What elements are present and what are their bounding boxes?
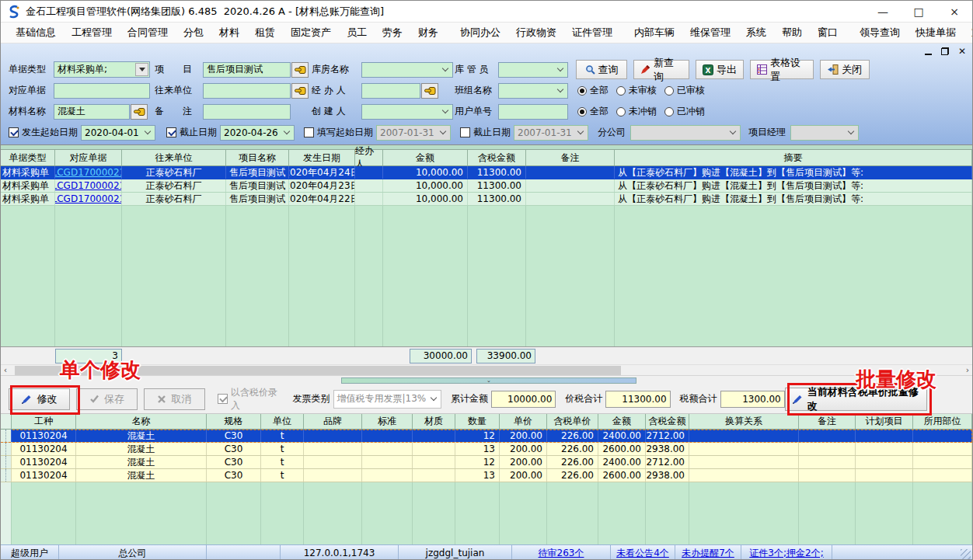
chevron-down-icon[interactable] [135,63,148,76]
menu-item-material[interactable]: 材料 [211,23,247,42]
table-row[interactable]: 01130204 混凝土 C30 t 12 200.00 226.00 2400… [1,430,972,443]
fill-start-checkbox[interactable] [304,127,314,137]
splitter-collapse-handle[interactable]: ⌄ [341,377,636,384]
menu-item-internal-vehicles[interactable]: 内部车辆 [626,23,682,42]
project-input[interactable]: 售后项目测试 [203,62,291,78]
table-row[interactable]: 材料采购单 CLCGD170000215 正泰砂石料厂 售后项目测试 2020年… [1,193,972,206]
close-button[interactable]: × [936,1,972,22]
scroll-right-icon[interactable]: › [963,366,972,375]
handler-input[interactable] [361,83,420,99]
occur-start-date[interactable]: 2020-04-01 [81,125,155,141]
scroll-left-icon[interactable]: ‹ [1,366,10,375]
close-query-button[interactable]: 关闭 [820,60,870,79]
col-header-tax-amount[interactable]: 含税金额 [646,414,689,429]
menu-item-employee[interactable]: 员工 [339,23,375,42]
col-header-qty[interactable]: 数量 [455,414,500,429]
counterpart-picker-button[interactable] [291,83,309,99]
pending-review-link[interactable]: 待审263个 [539,547,584,560]
cancel-button[interactable]: 取消 [144,388,205,410]
table-row[interactable]: 材料采购单 CLCGD170000214 正泰砂石料厂 售后项目测试 2020年… [1,179,972,193]
col-header-date[interactable]: 发生日期 [289,150,355,165]
doc-link[interactable]: CLCGD170000214 [55,180,122,191]
menu-item-project-mgmt[interactable]: 工程管理 [64,23,120,42]
col-header-unit[interactable]: 单位 [261,414,304,429]
table-row[interactable]: 01130204 混凝土 C30 t 13 200.00 226.00 2600… [1,443,972,456]
col-header-material[interactable]: 材质 [413,414,455,429]
fill-end-date[interactable]: 2007-01-31 [514,125,588,141]
warehouse-select[interactable] [361,62,453,78]
audit-radio-unaudited[interactable] [616,86,626,96]
branch-select[interactable] [630,125,741,141]
col-header-used-part[interactable]: 所用部位 [913,414,972,429]
counterpart-input[interactable] [203,83,291,99]
occur-end-date[interactable]: 2020-04-26 [220,125,295,141]
remark-input[interactable] [203,104,291,120]
occur-end-checkbox[interactable] [166,127,176,137]
bill-type-select[interactable]: 材料采购单; [54,61,150,78]
horizontal-scrollbar[interactable]: ‹ › [1,364,972,375]
menu-item-maintenance[interactable]: 维保管理 [682,23,738,42]
col-header-remark[interactable]: 备注 [799,414,856,429]
corresponding-bill-input[interactable] [54,83,150,99]
menu-item-window[interactable]: 窗口 [810,23,846,42]
menu-item-fixed-assets[interactable]: 固定资产 [283,23,339,42]
writeoff-radio-not[interactable] [616,107,626,117]
col-header-tax-price[interactable]: 含税单价 [547,414,598,429]
table-row[interactable]: 01130204 混凝土 C30 t 12 200.00 226.00 2400… [1,456,972,469]
grid-settings-button[interactable]: 表格设置 [750,60,814,79]
project-manager-select[interactable] [790,125,859,141]
table-row[interactable]: 01130204 混凝土 C30 t 13 200.00 226.00 2600… [1,469,972,482]
warehouse-keeper-select[interactable] [498,62,568,78]
query-button[interactable]: 查询 [576,60,627,79]
table-row[interactable]: 材料采购单 CLCGD170000213 正泰砂石料厂 售后项目测试 2020年… [1,166,972,179]
menu-item-admin-supplies[interactable]: 行政物资 [508,23,564,42]
mdi-close-icon[interactable]: ✕ [958,47,966,55]
col-header-standard[interactable]: 标准 [362,414,413,429]
todo-reminders-link[interactable]: 未办提醒7个 [682,547,734,560]
handler-picker-button[interactable] [421,83,438,99]
invoice-type-select[interactable]: 增值税专用发票|13% [333,390,442,409]
audit-radio-audited[interactable] [664,86,674,96]
menu-item-system[interactable]: 系统 [738,23,774,42]
team-select[interactable] [498,83,568,99]
menu-item-reconnect[interactable]: 重连网络 [964,23,973,42]
audit-radio-all[interactable] [577,86,587,96]
export-button[interactable]: X 导出 [696,60,744,79]
mdi-restore-icon[interactable] [941,47,949,55]
col-header-brand[interactable]: 品牌 [304,414,362,429]
menu-item-labor[interactable]: 劳务 [375,23,410,42]
col-header-doc[interactable]: 对应单据 [55,150,122,165]
project-picker-button[interactable] [291,62,309,78]
occur-start-checkbox[interactable] [9,127,19,137]
material-name-input[interactable]: 混凝土 [54,104,130,120]
col-header-amount[interactable]: 金额 [598,414,646,429]
col-header-bill-type[interactable]: 单据类型 [1,150,55,165]
col-header-project[interactable]: 项目名称 [226,150,289,165]
menu-item-certificate-mgmt[interactable]: 证件管理 [564,23,620,42]
col-header-name[interactable]: 名称 [76,414,207,429]
col-header-remark[interactable]: 备注 [526,150,615,165]
writeoff-radio-all[interactable] [577,107,587,117]
save-button[interactable]: 保存 [76,388,138,410]
menu-item-basic-info[interactable]: 基础信息 [8,23,64,42]
doc-link[interactable]: CLCGD170000213 [55,167,122,178]
new-query-button[interactable]: 新查询 [633,60,689,79]
mdi-minimize-icon[interactable] [925,48,932,55]
col-header-work-type[interactable]: 工种 [12,414,76,429]
col-header-summary[interactable]: 摘要 [615,150,972,165]
col-header-amount[interactable]: 金额 [383,150,468,165]
user-bill-input[interactable] [498,104,568,120]
col-header-price[interactable]: 单价 [500,414,547,429]
maximize-button[interactable]: □ [901,1,936,22]
resize-grip-icon[interactable] [961,549,971,559]
menu-item-contract-mgmt[interactable]: 合同管理 [120,23,176,42]
menu-item-subcontract[interactable]: 分包 [176,23,211,42]
col-header-tax-amount[interactable]: 含税金额 [468,150,526,165]
fill-end-checkbox[interactable] [460,127,470,137]
material-picker-button[interactable] [131,104,148,120]
fill-start-date[interactable]: 2007-01-31 [376,125,451,141]
menu-item-finance[interactable]: 财务 [410,23,446,42]
col-header-vendor[interactable]: 往来单位 [122,150,226,165]
col-header-conversion[interactable]: 换算关系 [689,414,799,429]
menu-item-collab-office[interactable]: 协同办公 [452,23,508,42]
